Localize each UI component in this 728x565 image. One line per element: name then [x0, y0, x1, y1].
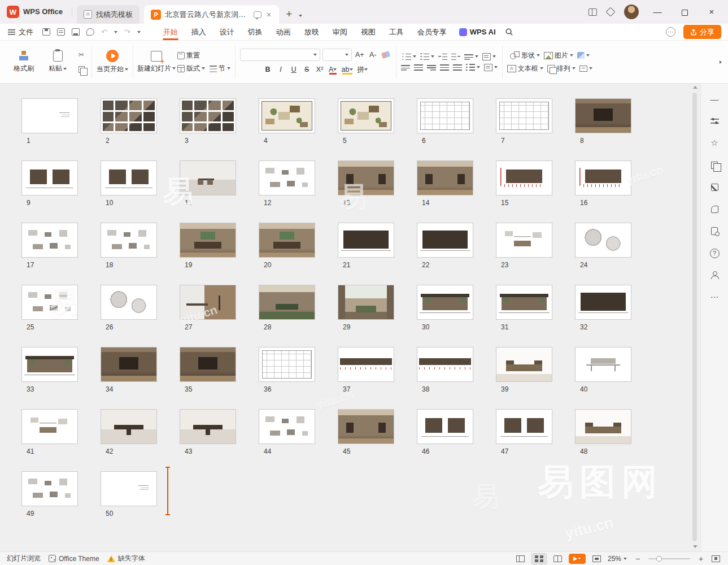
align-right-button[interactable] — [427, 64, 436, 71]
slide-thumbnail[interactable]: 29 — [338, 285, 394, 331]
numbered-list-button[interactable] — [420, 53, 434, 60]
italic-button[interactable]: I — [276, 64, 286, 75]
view-mode-label[interactable]: 幻灯片浏览 — [7, 554, 41, 563]
slide-thumbnail[interactable]: 24 — [575, 223, 631, 269]
annotate-button[interactable] — [707, 180, 722, 194]
slide-sorter-view-button[interactable] — [531, 553, 547, 564]
slide-thumbnail[interactable]: 7 — [496, 98, 552, 145]
doc-tab-current[interactable]: P 北京晋云路八号新京润四合院 × — [144, 5, 279, 24]
increase-font-button[interactable]: A+ — [354, 49, 365, 60]
underline-button[interactable]: U — [289, 64, 299, 75]
shapes-button[interactable]: 形状 — [510, 51, 540, 60]
slide-thumbnail[interactable]: 28 — [259, 285, 315, 331]
save-icon[interactable] — [42, 28, 50, 36]
wps-home-button[interactable]: W WPS Office — [0, 0, 72, 24]
slide-thumbnail[interactable]: 27 — [180, 285, 236, 331]
slide-thumbnail[interactable]: 15 — [496, 160, 552, 207]
tab-review[interactable]: 审阅 — [326, 24, 354, 40]
reset-button[interactable]: 重置 — [177, 51, 200, 60]
missing-font-warning[interactable]: 缺失字体 — [107, 554, 145, 563]
ribbon-expand-button[interactable] — [714, 44, 727, 80]
slide-thumbnail[interactable]: 17 — [21, 223, 78, 269]
font-family-select[interactable] — [240, 49, 320, 61]
slide-thumbnail[interactable]: 8 — [575, 98, 631, 145]
scrollbar-thumb[interactable] — [692, 93, 697, 541]
comment-icon[interactable] — [254, 11, 261, 18]
play-from-current-button[interactable]: 当页开始 — [97, 50, 128, 74]
slide-thumbnail[interactable]: 10 — [101, 160, 157, 207]
slide-thumbnail[interactable]: 39 — [496, 347, 552, 393]
slide-thumbnail[interactable]: 35 — [180, 347, 236, 393]
arrange-button[interactable]: 排列 — [547, 64, 576, 73]
slide-thumbnail[interactable]: 38 — [417, 347, 473, 393]
theme-indicator[interactable]: Office Theme — [49, 555, 99, 563]
zoom-out-button[interactable]: − — [634, 554, 642, 563]
slide-thumbnail[interactable]: 9 — [21, 160, 78, 207]
undo-chevron-icon[interactable] — [114, 31, 117, 33]
align-center-button[interactable] — [414, 64, 423, 71]
slide-thumbnail[interactable]: 14 — [417, 160, 473, 207]
collapse-panel-button[interactable]: — — [707, 92, 722, 106]
font-color-button[interactable]: A — [328, 64, 338, 75]
tab-membership[interactable]: 会员专享 — [411, 24, 454, 40]
scroll-down-icon[interactable] — [693, 545, 698, 548]
tab-view[interactable]: 视图 — [354, 24, 382, 40]
share-button[interactable]: 分享 — [683, 25, 721, 39]
export-pdf-icon[interactable] — [57, 28, 65, 36]
slide-size-button[interactable] — [579, 66, 592, 72]
tab-tools[interactable]: 工具 — [382, 24, 411, 40]
slide-thumbnail[interactable]: 48 — [575, 409, 631, 455]
slide-thumbnail[interactable]: 20 — [259, 223, 315, 269]
tab-slideshow[interactable]: 放映 — [298, 24, 326, 40]
tab-home[interactable]: 开始 — [156, 24, 185, 40]
slide-thumbnail[interactable]: 33 — [21, 347, 78, 393]
more-settings-icon[interactable]: ⋯ — [666, 27, 675, 37]
slide-thumbnail[interactable]: 47 — [496, 409, 552, 455]
normal-view-button[interactable] — [516, 555, 525, 562]
settings-button[interactable] — [707, 114, 722, 128]
slide-thumbnail[interactable]: 25 — [21, 285, 78, 331]
zoom-level-select[interactable]: 25% — [608, 555, 627, 563]
picture-button[interactable]: 图片 — [544, 51, 573, 60]
pinyin-button[interactable]: 拼 — [356, 64, 369, 75]
doc-tab-template[interactable]: 找稿壳模板 — [77, 5, 140, 24]
maximize-button[interactable] — [676, 0, 693, 24]
slide-thumbnail[interactable]: 30 — [417, 285, 473, 331]
fit-to-window-button[interactable] — [712, 555, 720, 562]
tab-animation[interactable]: 动画 — [269, 24, 298, 40]
slide-thumbnail[interactable]: 42 — [101, 409, 157, 455]
highlight-button[interactable]: ab — [341, 64, 354, 75]
decrease-font-button[interactable]: A- — [368, 49, 378, 60]
slide-thumbnail[interactable]: 32 — [575, 285, 631, 331]
textbox-button[interactable]: A文本框 — [507, 64, 543, 73]
superscript-button[interactable]: X² — [315, 64, 325, 75]
columns-button[interactable] — [484, 64, 498, 71]
reading-view-button[interactable] — [553, 555, 562, 562]
undo-icon[interactable]: ↶ — [101, 28, 107, 36]
decrease-indent-button[interactable] — [438, 53, 447, 60]
zoom-slider-handle[interactable] — [656, 556, 662, 562]
paste-button[interactable]: 粘贴 — [42, 50, 73, 73]
pages-panel-button[interactable] — [707, 158, 722, 172]
vertical-scrollbar[interactable] — [691, 85, 699, 549]
font-size-select[interactable] — [322, 49, 352, 61]
align-left-button[interactable] — [401, 64, 410, 71]
new-tab-button[interactable]: + — [286, 8, 292, 19]
tab-list-chevron-icon[interactable] — [299, 15, 302, 17]
favorites-button[interactable]: ☆ — [707, 136, 722, 150]
slide-thumbnail[interactable]: 13 — [338, 160, 394, 207]
slide-thumbnail[interactable]: 31 — [496, 285, 552, 331]
redo-chevron-icon[interactable] — [137, 31, 141, 33]
slide-thumbnail[interactable]: 3 — [180, 98, 236, 145]
slide-thumbnail[interactable]: 41 — [21, 409, 78, 455]
print-icon[interactable] — [72, 28, 80, 36]
justify-button[interactable] — [440, 64, 449, 71]
help-button[interactable]: ? — [707, 246, 722, 260]
slide-thumbnail[interactable]: 4 — [259, 98, 315, 145]
slide-thumbnail[interactable]: 21 — [338, 223, 394, 269]
slide-thumbnail[interactable]: 43 — [180, 409, 236, 455]
slide-thumbnail[interactable]: 18 — [101, 223, 157, 269]
slide-thumbnail[interactable]: 45 — [338, 409, 394, 455]
cut-button[interactable]: ✂ — [76, 50, 87, 60]
bullet-list-button[interactable] — [402, 53, 416, 60]
